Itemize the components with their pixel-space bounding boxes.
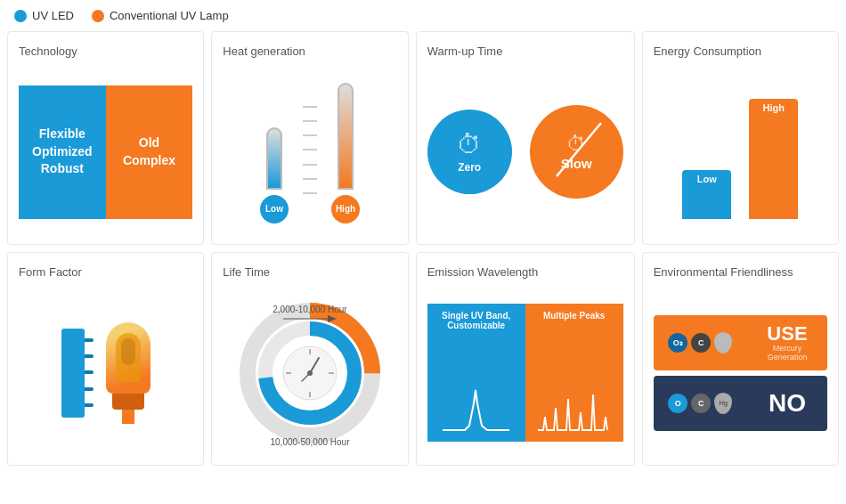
mercury-drop2: Hg <box>714 393 732 414</box>
env-content: O₃ C USE Mercury Generation O C <box>654 289 827 456</box>
tech-blocks: FlexibleOptimizedRobust OldComplex <box>19 85 192 219</box>
lifetime-chart: 2,000-10,000 Hour 10,000-50,000 Hour <box>234 297 386 449</box>
generation-label: Generation <box>768 353 808 362</box>
energy-high-bar: High <box>749 99 798 219</box>
multi-peak-panel: Multiple Peaks <box>525 304 623 442</box>
heat-scale <box>303 106 317 195</box>
emission-card: Emission Wavelength Single UV Band, Cust… <box>416 252 635 466</box>
o3-molecule: O₃ <box>668 333 687 353</box>
legend-conv-lamp: Conventional UV Lamp <box>92 9 229 22</box>
env-use-row: O₃ C USE Mercury Generation <box>654 315 827 370</box>
led-tech-label: FlexibleOptimizedRobust <box>32 126 93 178</box>
energy-card: Energy Consumption Low High <box>642 31 839 245</box>
formfactor-card: Form Factor <box>7 252 204 466</box>
heat-content: Low High <box>223 69 396 235</box>
uv-led-label: UV LED <box>32 9 74 22</box>
blue-thermometer: Low <box>260 127 289 224</box>
energy-container: Low High <box>654 85 827 219</box>
heat-container: Low High <box>223 81 396 224</box>
warmup-content: ⏱ Zero ⏱ Slow <box>427 69 623 235</box>
energy-high-label: High <box>763 102 785 113</box>
technology-title: Technology <box>19 45 77 58</box>
lamp-tech-label: OldComplex <box>123 134 175 169</box>
emission-content: Single UV Band, Customizable Multiple Pe… <box>427 289 623 456</box>
legend: UV LED Conventional UV Lamp <box>0 0 846 31</box>
legend-uv-led: UV LED <box>14 9 74 22</box>
conv-lamp-dot <box>92 10 104 22</box>
c-molecule: C <box>691 333 711 353</box>
multi-wave-chart <box>536 386 612 435</box>
technology-card: Technology FlexibleOptimizedRobust OldCo… <box>7 31 204 245</box>
led-module <box>61 329 85 418</box>
uv-lamp-bulb <box>106 322 150 424</box>
env-no-row: O C Hg NO <box>654 376 827 431</box>
heat-low-label: Low <box>265 204 283 214</box>
comparison-grid: Technology FlexibleOptimizedRobust OldCo… <box>0 31 846 473</box>
env-container: O₃ C USE Mercury Generation O C <box>654 315 827 431</box>
env-use-right: USE Mercury Generation <box>747 315 827 370</box>
no-label: NO <box>769 391 806 416</box>
formfactor-container <box>19 322 192 424</box>
warmup-card: Warm-up Time ⏱ Zero ⏱ Slow <box>416 31 635 245</box>
lifetime-card: Life Time <box>211 252 408 466</box>
energy-content: Low High <box>654 69 827 235</box>
emission-container: Single UV Band, Customizable Multiple Pe… <box>427 304 623 442</box>
formfactor-title: Form Factor <box>19 265 82 279</box>
multi-peak-label: Multiple Peaks <box>543 311 605 321</box>
mercury-label: Mercury <box>773 344 802 353</box>
orange-thermometer: High <box>331 83 360 224</box>
svg-line-0 <box>557 123 601 176</box>
zero-circle: ⏱ Zero <box>427 110 512 194</box>
single-band-label: Single UV Band, Customizable <box>433 311 520 330</box>
lifetime-title: Life Time <box>223 265 270 279</box>
warmup-container: ⏱ Zero ⏱ Slow <box>427 105 623 199</box>
c2-molecule: C <box>691 394 711 413</box>
energy-title: Energy Consumption <box>654 45 761 58</box>
emission-title: Emission Wavelength <box>427 265 539 279</box>
use-label: USE <box>767 324 807 344</box>
heat-title: Heat generation <box>223 45 305 58</box>
energy-low-bar: Low <box>682 170 731 219</box>
single-wave-chart <box>438 386 514 435</box>
heat-card: Heat generation Low <box>211 31 408 245</box>
formfactor-content <box>19 289 192 456</box>
svg-marker-14 <box>328 315 337 322</box>
mercury-drop1 <box>714 332 732 354</box>
warmup-title: Warm-up Time <box>427 45 503 58</box>
svg-point-12 <box>307 370 313 376</box>
zero-label: Zero <box>458 161 481 174</box>
env-molecules-area: O₃ C <box>654 315 747 370</box>
technology-content: FlexibleOptimizedRobust OldComplex <box>19 69 192 235</box>
env-card: Environmental Friendliness O₃ C USE Merc… <box>642 252 839 466</box>
heat-high-label: High <box>336 204 355 214</box>
single-band-panel: Single UV Band, Customizable <box>427 304 525 442</box>
o-molecule: O <box>668 394 687 413</box>
slow-circle: ⏱ Slow <box>530 105 623 199</box>
lifetime-content: 2,000-10,000 Hour 10,000-50,000 Hour <box>223 289 396 456</box>
env-no-molecules-area: O C Hg <box>654 376 747 431</box>
lamp-tech-block: OldComplex <box>106 85 193 219</box>
led-tech-block: FlexibleOptimizedRobust <box>19 85 106 219</box>
env-no-right: NO <box>747 376 827 431</box>
lifetime-range2-label: 10,000-50,000 Hour <box>234 437 386 447</box>
env-title: Environmental Friendliness <box>654 265 793 279</box>
conv-lamp-label: Conventional UV Lamp <box>110 9 229 22</box>
uv-led-dot <box>14 10 27 22</box>
energy-low-label: Low <box>697 174 717 184</box>
